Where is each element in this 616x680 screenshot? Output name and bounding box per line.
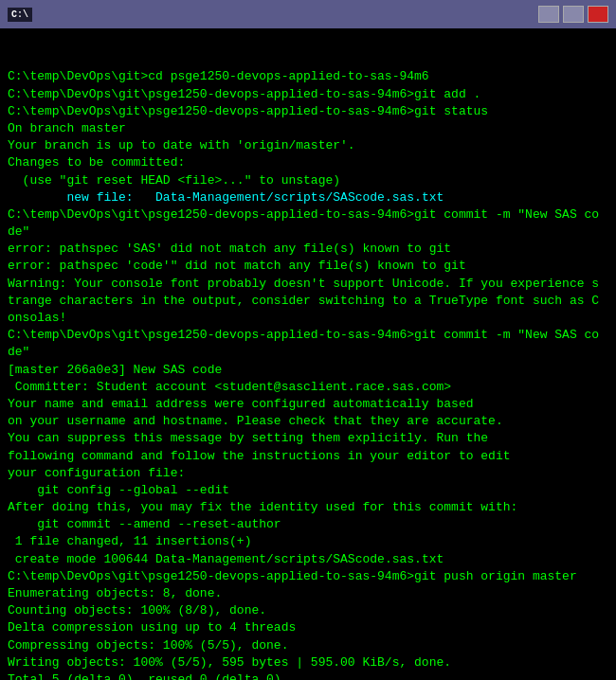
terminal-line: git config --global --edit — [8, 482, 608, 499]
terminal-line: git commit --amend --reset-author — [8, 516, 608, 533]
terminal-line: C:\temp\DevOps\git>cd psge1250-devops-ap… — [8, 68, 608, 85]
terminal-line: error: pathspec 'SAS' did not match any … — [8, 241, 608, 258]
terminal-line: (use "git reset HEAD <file>..." to unsta… — [8, 172, 608, 189]
terminal-line: On branch master — [8, 120, 608, 137]
terminal-line: trange characters in the output, conside… — [8, 293, 608, 310]
terminal-line: onsolas! — [8, 310, 608, 327]
title-bar: C:\ — [0, 0, 616, 28]
minimize-button[interactable] — [538, 6, 559, 23]
terminal-line: following command and follow the instruc… — [8, 448, 608, 465]
terminal-line: Compressing objects: 100% (5/5), done. — [8, 637, 608, 654]
terminal-line: C:\temp\DevOps\git\psge1250-devops-appli… — [8, 103, 608, 120]
terminal-line: C:\temp\DevOps\git\psge1250-devops-appli… — [8, 86, 608, 103]
terminal-line: your configuration file: — [8, 465, 608, 482]
window: C:\ C:\temp\DevOps\git>cd psge1250-devop… — [0, 0, 616, 680]
newfile-path: Data-Management/scripts/SAScode.sas.txt — [155, 190, 444, 205]
terminal-line: You can suppress this message by setting… — [8, 430, 608, 447]
terminal-line: C:\temp\DevOps\git\psge1250-devops-appli… — [8, 206, 608, 224]
terminal-line: Warning: Your console font probably does… — [8, 276, 608, 293]
terminal-line: Your name and email address were configu… — [8, 396, 608, 413]
terminal-line: After doing this, you may fix the identi… — [8, 499, 608, 516]
terminal-line: 1 file changed, 11 insertions(+) — [8, 533, 608, 550]
terminal-line: Your branch is up to date with 'origin/m… — [8, 137, 608, 154]
terminal-line: create mode 100644 Data-Management/scrip… — [8, 551, 608, 568]
terminal-line: C:\temp\DevOps\git\psge1250-devops-appli… — [8, 327, 608, 344]
terminal-output[interactable]: C:\temp\DevOps\git>cd psge1250-devops-ap… — [0, 28, 616, 680]
terminal-line: de" — [8, 344, 608, 361]
terminal-line: Counting objects: 100% (8/8), done. — [8, 602, 608, 619]
title-bar-left: C:\ — [8, 8, 32, 22]
title-controls — [538, 6, 608, 23]
terminal-line: de" — [8, 224, 608, 241]
terminal-line: Delta compression using up to 4 threads — [8, 619, 608, 636]
terminal-line: new file: Data-Management/scripts/SAScod… — [8, 189, 608, 206]
terminal-line: on your username and hostname. Please ch… — [8, 413, 608, 430]
terminal-line: Committer: Student account <student@sasc… — [8, 379, 608, 396]
terminal-line: [master 266a0e3] New SAS code — [8, 362, 608, 379]
terminal-line: Writing objects: 100% (5/5), 595 bytes |… — [8, 654, 608, 671]
terminal-line: C:\temp\DevOps\git\psge1250-devops-appli… — [8, 568, 608, 585]
maximize-button[interactable] — [563, 6, 584, 23]
terminal-line: error: pathspec 'code'" did not match an… — [8, 258, 608, 275]
terminal-line: Enumerating objects: 8, done. — [8, 585, 608, 602]
close-button[interactable] — [588, 6, 608, 23]
terminal-line: Changes to be committed: — [8, 154, 608, 171]
newfile-label: new file: — [8, 190, 155, 205]
window-icon: C:\ — [8, 8, 32, 22]
terminal-line: Total 5 (delta 0), reused 0 (delta 0) — [8, 671, 608, 680]
